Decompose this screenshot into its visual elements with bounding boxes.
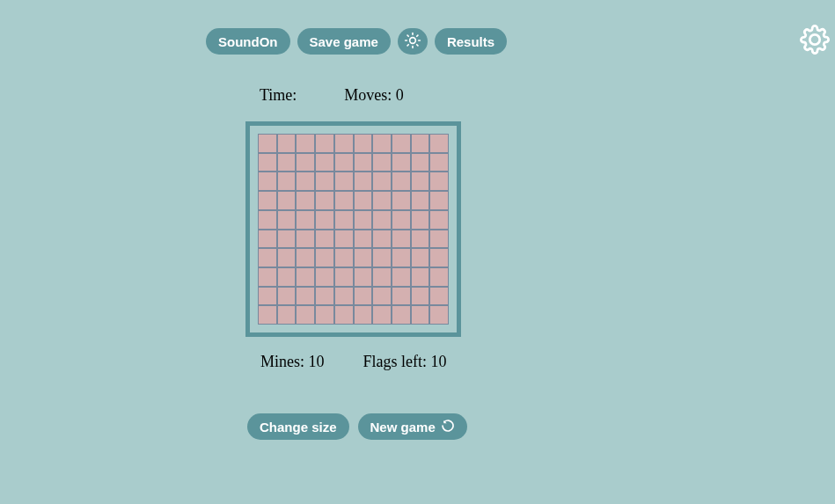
grid-cell[interactable] bbox=[316, 211, 333, 229]
grid-cell[interactable] bbox=[316, 154, 333, 172]
grid-cell[interactable] bbox=[430, 288, 448, 305]
grid-cell[interactable] bbox=[430, 135, 448, 152]
grid-cell[interactable] bbox=[278, 288, 296, 305]
grid-cell[interactable] bbox=[392, 306, 410, 324]
grid-cell[interactable] bbox=[259, 230, 276, 248]
grid-cell[interactable] bbox=[373, 192, 391, 209]
grid-cell[interactable] bbox=[373, 154, 391, 172]
grid-cell[interactable] bbox=[392, 154, 410, 172]
grid-cell[interactable] bbox=[355, 192, 372, 209]
grid-cell[interactable] bbox=[335, 135, 353, 152]
grid-cell[interactable] bbox=[335, 172, 353, 190]
grid-cell[interactable] bbox=[392, 172, 410, 190]
grid-cell[interactable] bbox=[297, 211, 314, 229]
save-game-button[interactable]: Save game bbox=[297, 28, 391, 55]
grid-cell[interactable] bbox=[259, 288, 276, 305]
grid-cell[interactable] bbox=[412, 211, 429, 229]
grid-cell[interactable] bbox=[430, 211, 448, 229]
grid-cell[interactable] bbox=[412, 268, 429, 286]
new-game-button[interactable]: New game bbox=[358, 413, 467, 440]
grid-cell[interactable] bbox=[373, 249, 391, 267]
grid-cell[interactable] bbox=[412, 154, 429, 172]
grid-cell[interactable] bbox=[297, 172, 314, 190]
grid-cell[interactable] bbox=[392, 230, 410, 248]
grid-cell[interactable] bbox=[259, 154, 276, 172]
grid-cell[interactable] bbox=[259, 172, 276, 190]
grid-cell[interactable] bbox=[259, 135, 276, 152]
sound-toggle-button[interactable]: SoundOn bbox=[206, 28, 290, 55]
change-size-button[interactable]: Change size bbox=[247, 413, 349, 440]
grid-cell[interactable] bbox=[259, 268, 276, 286]
grid-cell[interactable] bbox=[412, 192, 429, 209]
grid-cell[interactable] bbox=[430, 268, 448, 286]
grid-cell[interactable] bbox=[316, 288, 333, 305]
grid-cell[interactable] bbox=[430, 306, 448, 324]
grid-cell[interactable] bbox=[316, 306, 333, 324]
grid-cell[interactable] bbox=[316, 135, 333, 152]
grid-cell[interactable] bbox=[392, 249, 410, 267]
grid-cell[interactable] bbox=[297, 288, 314, 305]
settings-button[interactable] bbox=[800, 25, 830, 57]
grid-cell[interactable] bbox=[297, 192, 314, 209]
grid-cell[interactable] bbox=[430, 192, 448, 209]
grid-cell[interactable] bbox=[335, 211, 353, 229]
grid-cell[interactable] bbox=[392, 268, 410, 286]
grid-cell[interactable] bbox=[392, 288, 410, 305]
grid-cell[interactable] bbox=[392, 211, 410, 229]
grid-cell[interactable] bbox=[316, 172, 333, 190]
grid-cell[interactable] bbox=[335, 192, 353, 209]
grid-cell[interactable] bbox=[355, 268, 372, 286]
grid-cell[interactable] bbox=[278, 230, 296, 248]
grid-cell[interactable] bbox=[259, 249, 276, 267]
grid-cell[interactable] bbox=[278, 192, 296, 209]
grid-cell[interactable] bbox=[355, 306, 372, 324]
grid-cell[interactable] bbox=[278, 249, 296, 267]
grid-cell[interactable] bbox=[373, 288, 391, 305]
grid-cell[interactable] bbox=[412, 172, 429, 190]
grid-cell[interactable] bbox=[335, 288, 353, 305]
theme-toggle-button[interactable] bbox=[398, 28, 428, 55]
grid-cell[interactable] bbox=[355, 154, 372, 172]
grid-cell[interactable] bbox=[259, 192, 276, 209]
grid-cell[interactable] bbox=[373, 306, 391, 324]
grid-cell[interactable] bbox=[335, 249, 353, 267]
grid-cell[interactable] bbox=[373, 172, 391, 190]
grid-cell[interactable] bbox=[335, 230, 353, 248]
grid-cell[interactable] bbox=[278, 135, 296, 152]
grid-cell[interactable] bbox=[355, 211, 372, 229]
grid-cell[interactable] bbox=[297, 268, 314, 286]
grid-cell[interactable] bbox=[392, 135, 410, 152]
grid-cell[interactable] bbox=[316, 230, 333, 248]
grid-cell[interactable] bbox=[430, 249, 448, 267]
grid-cell[interactable] bbox=[278, 154, 296, 172]
grid-cell[interactable] bbox=[355, 172, 372, 190]
grid-cell[interactable] bbox=[316, 249, 333, 267]
grid-cell[interactable] bbox=[373, 135, 391, 152]
grid-cell[interactable] bbox=[278, 172, 296, 190]
grid-cell[interactable] bbox=[412, 230, 429, 248]
grid-cell[interactable] bbox=[297, 249, 314, 267]
grid-cell[interactable] bbox=[316, 192, 333, 209]
grid-cell[interactable] bbox=[278, 268, 296, 286]
grid-cell[interactable] bbox=[355, 249, 372, 267]
grid-cell[interactable] bbox=[297, 154, 314, 172]
grid-cell[interactable] bbox=[373, 211, 391, 229]
grid-cell[interactable] bbox=[355, 288, 372, 305]
grid-cell[interactable] bbox=[430, 172, 448, 190]
grid-cell[interactable] bbox=[297, 230, 314, 248]
grid-cell[interactable] bbox=[355, 135, 372, 152]
grid-cell[interactable] bbox=[278, 211, 296, 229]
grid-cell[interactable] bbox=[412, 135, 429, 152]
grid-cell[interactable] bbox=[412, 249, 429, 267]
grid-cell[interactable] bbox=[297, 135, 314, 152]
grid-cell[interactable] bbox=[412, 306, 429, 324]
grid-cell[interactable] bbox=[335, 154, 353, 172]
grid-cell[interactable] bbox=[297, 306, 314, 324]
grid-cell[interactable] bbox=[335, 268, 353, 286]
grid-cell[interactable] bbox=[392, 192, 410, 209]
grid-cell[interactable] bbox=[259, 306, 276, 324]
grid-cell[interactable] bbox=[278, 306, 296, 324]
grid-cell[interactable] bbox=[316, 268, 333, 286]
grid-cell[interactable] bbox=[430, 154, 448, 172]
results-button[interactable]: Results bbox=[435, 28, 507, 55]
